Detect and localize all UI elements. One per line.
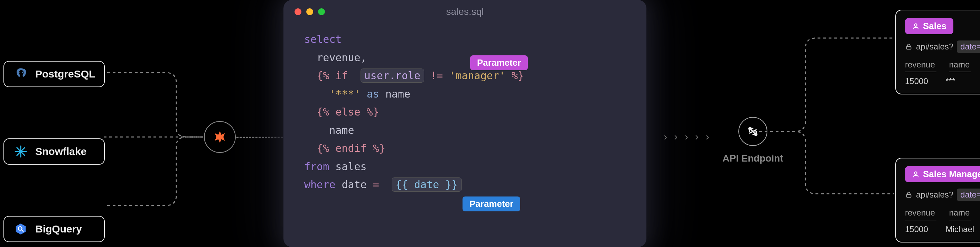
parameter-badge-role: Parameter xyxy=(470,55,528,70)
th-revenue: revenue xyxy=(905,207,937,220)
data-sources-list: PostgreSQL Snowflake BigQuery xyxy=(3,61,105,242)
user-role-pill: user.role xyxy=(361,69,425,83)
table-row: 15000 *** xyxy=(905,76,980,86)
role-badge-sales-manager: Sales Manager xyxy=(905,166,980,182)
col-name2: name xyxy=(329,124,354,136)
kw-from: from xyxy=(304,161,329,173)
tmpl-open: {% xyxy=(317,70,329,82)
endpoint-path: api/sales? xyxy=(916,42,953,51)
col-date: date xyxy=(342,178,366,191)
source-postgresql: PostgreSQL xyxy=(3,61,105,87)
code-block: select revenue, {% if user.role != 'mana… xyxy=(283,24,646,201)
svg-rect-7 xyxy=(907,46,911,49)
cell-revenue: 15000 xyxy=(905,225,928,234)
postgresql-icon xyxy=(13,67,29,82)
source-snowflake: Snowflake xyxy=(3,139,105,165)
tmpl-else: {% else %} xyxy=(317,106,379,118)
source-label: Snowflake xyxy=(35,146,86,158)
snowflake-icon xyxy=(13,144,29,159)
role-label: Sales xyxy=(923,21,947,32)
api-endpoint-node: API Endpoint xyxy=(722,117,783,164)
editor-filename: sales.sql xyxy=(283,6,646,17)
svg-point-1 xyxy=(22,72,23,73)
col-name: name xyxy=(385,88,410,100)
tmpl-endif: {% endif %} xyxy=(317,142,385,154)
kw-where: where xyxy=(304,178,335,191)
kw-as: as xyxy=(367,88,379,100)
cell-name: Michael xyxy=(945,225,974,234)
source-bigquery: BigQuery xyxy=(3,216,105,242)
endpoint-query: date=2023/05/02 xyxy=(957,188,980,201)
result-table: revenue name 15000 Michael xyxy=(905,207,980,234)
result-table: revenue name 15000 *** xyxy=(905,59,980,86)
source-label: PostgreSQL xyxy=(35,68,95,80)
tmpl-if: if xyxy=(335,70,348,82)
connector-hub-editor xyxy=(237,137,283,138)
source-label: BigQuery xyxy=(35,223,82,235)
code-editor-panel: sales.sql select revenue, {% if user.rol… xyxy=(283,0,646,247)
th-name: name xyxy=(949,59,971,72)
str-mask: '***' xyxy=(329,88,360,100)
tbl-sales: sales xyxy=(335,161,366,173)
tmpl-close: %} xyxy=(512,70,524,82)
lock-icon xyxy=(905,191,913,199)
svg-point-6 xyxy=(914,24,917,26)
result-card-sales-manager: Sales Manager api/sales? date=2023/05/02… xyxy=(895,158,980,242)
endpoint-line: api/sales? date=2023/05/02 xyxy=(905,188,980,201)
endpoint-query: date=2023/05/02 xyxy=(957,40,980,53)
result-card-sales: Sales api/sales? date=2023/05/02 revenue… xyxy=(895,10,980,94)
hub-icon xyxy=(212,129,228,145)
bigquery-icon xyxy=(13,222,29,237)
svg-rect-9 xyxy=(907,194,911,197)
date-param-pill: {{ date }} xyxy=(391,177,462,192)
parameter-badge-date: Parameter xyxy=(463,196,520,211)
role-label: Sales Manager xyxy=(923,169,980,180)
svg-point-8 xyxy=(914,172,917,174)
str-manager: 'manager' xyxy=(449,70,505,82)
endpoint-line: api/sales? date=2023/05/02 xyxy=(905,40,980,53)
th-name: name xyxy=(949,207,971,220)
flow-chevrons: › › › › › xyxy=(664,131,711,142)
role-badge-sales: Sales xyxy=(905,18,953,34)
svg-point-2 xyxy=(20,150,22,153)
col-revenue: revenue, xyxy=(317,51,367,64)
cell-name: *** xyxy=(945,76,955,86)
op-eq: = xyxy=(373,178,379,191)
hub-node xyxy=(204,121,236,153)
api-endpoint-icon xyxy=(738,117,767,146)
editor-titlebar: sales.sql xyxy=(283,0,646,24)
lock-icon xyxy=(905,43,913,51)
user-icon xyxy=(912,22,920,30)
op-ne: != xyxy=(430,70,443,82)
cell-revenue: 15000 xyxy=(905,76,928,86)
svg-point-0 xyxy=(18,72,19,73)
th-revenue: revenue xyxy=(905,59,937,72)
endpoint-path: api/sales? xyxy=(916,190,953,199)
table-row: 15000 Michael xyxy=(905,225,980,234)
kw-select: select xyxy=(304,33,342,45)
user-icon xyxy=(912,171,920,178)
api-endpoint-label: API Endpoint xyxy=(722,153,783,164)
